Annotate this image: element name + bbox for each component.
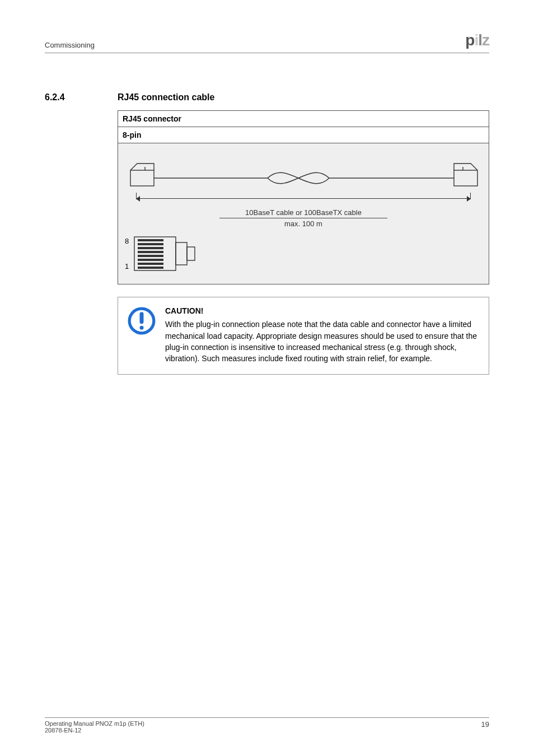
section-number: 6.2.4 (45, 92, 118, 102)
svg-point-18 (140, 326, 144, 330)
footer-line-1: Operating Manual PNOZ m1p (ETH) (45, 720, 144, 727)
svg-rect-5 (176, 242, 187, 265)
rj45-face-icon (132, 236, 205, 272)
footer-line-2: 20878-EN-12 (45, 727, 144, 734)
cable-label-bot: max. 100 m (219, 218, 387, 228)
pin-label-1: 1 (125, 262, 129, 270)
caution-icon (126, 305, 157, 337)
figure-table: RJ45 connector 8-pin (118, 110, 489, 284)
svg-rect-17 (140, 312, 144, 324)
svg-rect-6 (187, 247, 195, 260)
caution-box: CAUTION! With the plug-in connection ple… (118, 297, 489, 375)
figure-heading-1: RJ45 connector (118, 111, 489, 127)
pin-label-8: 8 (125, 237, 129, 245)
breadcrumb: Commissioning (45, 41, 95, 49)
section-title: RJ45 connection cable (118, 92, 214, 102)
brand-logo: pilz (465, 31, 489, 49)
caution-body: With the plug-in connection please note … (165, 320, 477, 363)
cable-label-top: 10BaseT cable or 100BaseTX cable (125, 208, 482, 217)
page-number: 19 (481, 720, 489, 734)
figure-heading-2: 8-pin (118, 127, 489, 143)
svg-rect-0 (130, 170, 154, 186)
caution-title: CAUTION! (165, 305, 481, 316)
svg-rect-3 (454, 170, 477, 186)
cable-diagram (125, 153, 483, 198)
svg-rect-4 (134, 237, 176, 270)
